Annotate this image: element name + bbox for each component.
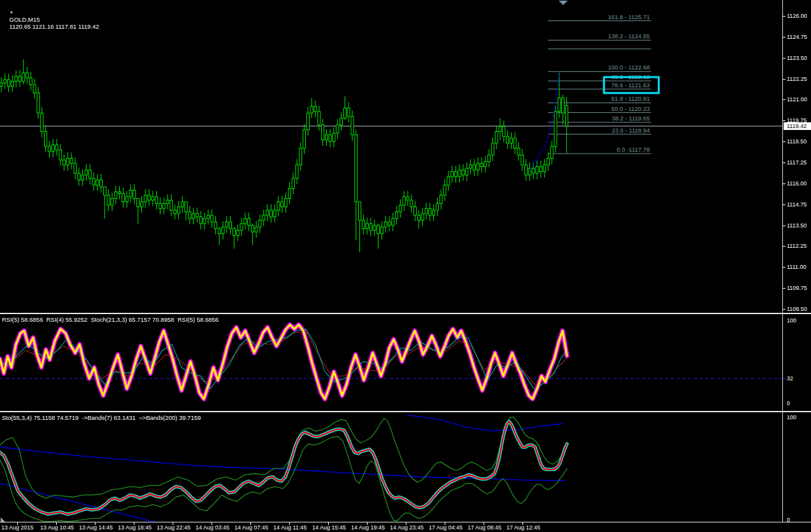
- time-axis-tick: [56, 522, 57, 525]
- time-axis[interactable]: 13 Aug 201513 Aug 10:4513 Aug 14:4513 Au…: [0, 522, 811, 532]
- price-axis-tick: [783, 120, 786, 121]
- price-axis-label: 1108.50: [787, 306, 807, 312]
- time-axis-tick: [134, 522, 134, 525]
- price-axis-tick: [783, 37, 786, 38]
- bands200-upper-line: [408, 415, 563, 431]
- time-axis-tick: [406, 522, 406, 525]
- chart-title: ▼ GOLD,M15 1120.65 1121.16 1117.81 1119.…: [3, 2, 99, 37]
- level-32-axis-tick: [783, 378, 786, 379]
- price-axis[interactable]: 1119.42 1126.001124.751123.501122.251121…: [782, 0, 811, 522]
- indicator1-axis-label: 100: [787, 317, 796, 324]
- price-axis-tick: [783, 79, 786, 80]
- price-axis-label: 1118.50: [787, 138, 807, 145]
- time-axis-label: 13 Aug 2015: [1, 524, 34, 531]
- price-axis-tick: [783, 205, 786, 205]
- time-axis-tick: [173, 522, 173, 525]
- time-axis-tick: [445, 522, 445, 525]
- time-axis-tick: [289, 522, 290, 525]
- price-axis-label: 1109.75: [787, 285, 807, 291]
- fib-level-label: 78.6 - 1121.63: [611, 82, 650, 89]
- price-axis-label: 1112.25: [787, 243, 807, 249]
- time-axis-tick: [367, 522, 368, 525]
- price-axis-label: 1123.50: [787, 55, 807, 61]
- price-axis-label: 1113.50: [787, 222, 807, 229]
- indicator1-axis-label: 32: [787, 375, 793, 382]
- price-axis-tick: [783, 288, 786, 289]
- indicator1-axis-label: 0: [787, 400, 790, 406]
- symbol-dropdown-icon[interactable]: ▼: [10, 10, 14, 15]
- price-axis-tick: [783, 309, 786, 310]
- bands200-mid-line: [0, 447, 565, 481]
- price-axis-label: 1124.75: [787, 34, 807, 40]
- time-axis-label: 17 Aug 04:45: [429, 524, 463, 531]
- pane-divider[interactable]: [0, 313, 811, 314]
- time-axis-label: 14 Aug 03:45: [196, 524, 229, 531]
- time-axis-tick: [250, 522, 251, 525]
- time-axis-tick: [17, 522, 18, 525]
- fibonacci-retracement: 161.8 - 1125.71138.2 - 1124.55100.0 - 11…: [548, 13, 651, 154]
- rsi-pane-label: RSI(5) 58.6856 RSI(4) 55.9252 Stoch(21,3…: [2, 316, 219, 323]
- stochastic-bands-pane[interactable]: [0, 412, 782, 522]
- time-axis-tick: [328, 522, 329, 525]
- time-axis-label: 13 Aug 22:45: [157, 524, 190, 531]
- indicator2-axis-label: 100: [787, 414, 796, 421]
- price-axis-label: 1117.25: [787, 159, 807, 166]
- time-axis-label: 14 Aug 07:45: [234, 524, 268, 531]
- price-axis-tick: [783, 16, 786, 17]
- fib-level-label: 138.2 - 1124.55: [608, 32, 650, 40]
- time-axis-label: 13 Aug 14:45: [79, 524, 113, 531]
- time-axis-tick: [212, 522, 212, 525]
- price-axis-label: 1114.75: [787, 201, 807, 208]
- candlestick-series: [0, 59, 568, 252]
- time-axis-label: 13 Aug 10:45: [40, 524, 74, 531]
- chart-window: 161.8 - 1125.71138.2 - 1124.55100.0 - 11…: [0, 0, 811, 532]
- time-axis-label: 14 Aug 11:45: [273, 524, 306, 531]
- time-axis-label: 13 Aug 18:45: [118, 524, 152, 531]
- time-axis-tick: [522, 522, 523, 525]
- time-axis-label: 17 Aug 08:45: [468, 524, 501, 531]
- main-chart-canvas[interactable]: 161.8 - 1125.71138.2 - 1124.55100.0 - 11…: [0, 0, 782, 313]
- price-axis-label: 1122.25: [787, 76, 807, 82]
- price-axis-tick: [783, 141, 786, 142]
- fib-level-label: 100.0 - 1122.68: [608, 64, 650, 71]
- pane-divider[interactable]: [0, 411, 811, 412]
- fib-level-label: 161.8 - 1125.71: [608, 13, 650, 20]
- fib-level-label: 0.0 -1117.78: [617, 146, 650, 153]
- pane-resize-grip[interactable]: [1, 517, 6, 522]
- price-axis-tick: [783, 226, 786, 226]
- price-axis-tick: [783, 246, 786, 247]
- rsi-indicator-pane[interactable]: [0, 314, 782, 411]
- price-axis-tick: [783, 183, 786, 184]
- price-axis-label: 1116.00: [787, 180, 807, 187]
- time-axis-label: 14 Aug 19:45: [351, 524, 385, 531]
- time-axis-label: 14 Aug 23:45: [390, 524, 424, 531]
- symbol-period-label: GOLD,M15: [10, 16, 40, 23]
- price-axis-tick: [783, 162, 786, 163]
- fib-level-label: 50.0 - 1120.23: [611, 105, 650, 112]
- price-axis-label: 1111.00: [787, 264, 807, 270]
- price-axis-label: 1121.00: [787, 96, 807, 103]
- price-axis-tick: [783, 58, 786, 59]
- price-axis-tick: [783, 267, 786, 268]
- time-axis-label: 14 Aug 15:45: [312, 524, 346, 531]
- price-axis-label: 1126.00: [787, 13, 807, 19]
- time-axis-label: 17 Aug 12:45: [506, 524, 540, 531]
- price-axis-label: 1119.75: [787, 117, 807, 124]
- ohlc-readout: 1120.65 1121.16 1117.81 1119.42: [10, 23, 99, 30]
- chart-shift-marker[interactable]: [559, 1, 568, 5]
- fib-level-label: 61.8 - 1120.81: [611, 95, 650, 102]
- time-axis-divider: [0, 522, 811, 522]
- time-axis-tick: [95, 522, 96, 525]
- time-axis-tick: [484, 522, 484, 525]
- fib-level-label: 23.6 - 1118.94: [612, 127, 650, 134]
- fib-level-label: 38.2 - 1119.65: [612, 115, 650, 122]
- stochastic-pane-label: Sto(55,3,4) 75.1158 74.5719 ->Bands(7) 6…: [2, 414, 201, 421]
- price-axis-tick: [783, 99, 786, 100]
